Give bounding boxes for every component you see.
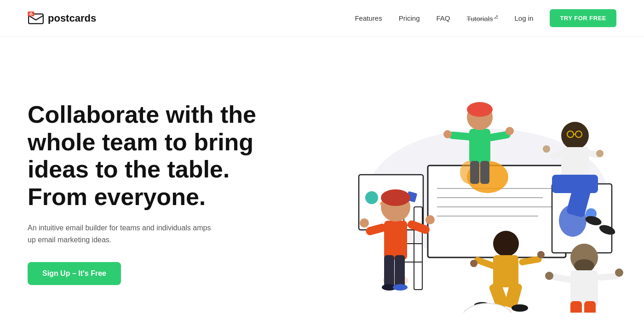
navbar: postcards Features Pricing FAQ Tutorials… — [0, 0, 644, 37]
nav-links: Features Pricing FAQ Tutorials↗ Log in T… — [355, 9, 616, 27]
svg-point-42 — [506, 127, 514, 135]
svg-rect-26 — [384, 255, 394, 287]
hero-subtitle: An intuitive email builder for teams and… — [28, 222, 221, 245]
external-link-icon: ↗ — [494, 14, 498, 19]
nav-pricing[interactable]: Pricing — [399, 14, 420, 22]
svg-rect-44 — [480, 161, 489, 184]
svg-point-12 — [365, 191, 378, 204]
svg-point-41 — [443, 130, 452, 138]
svg-point-38 — [467, 102, 493, 117]
hero-title: Collaborate with the whole team to bring… — [28, 101, 267, 211]
team-illustration — [294, 46, 626, 313]
svg-point-69 — [574, 259, 594, 272]
logo[interactable]: postcards — [28, 11, 96, 25]
svg-point-63 — [512, 304, 528, 312]
svg-point-67 — [537, 251, 545, 258]
hero-section: Collaborate with the whole team to bring… — [0, 37, 644, 331]
svg-point-75 — [545, 272, 553, 280]
svg-rect-49 — [561, 147, 589, 179]
svg-point-66 — [470, 260, 477, 267]
svg-point-76 — [615, 268, 623, 277]
svg-rect-25 — [384, 221, 407, 260]
svg-rect-27 — [395, 255, 405, 287]
svg-rect-36 — [469, 129, 490, 163]
hero-text-block: Collaborate with the whole team to bring… — [28, 101, 267, 285]
nav-features[interactable]: Features — [355, 14, 382, 22]
svg-rect-43 — [470, 161, 479, 184]
svg-point-45 — [561, 122, 589, 149]
svg-rect-72 — [584, 301, 596, 313]
logo-text: postcards — [48, 12, 96, 24]
svg-point-29 — [393, 284, 408, 291]
hero-illustration — [267, 55, 616, 331]
nav-login[interactable]: Log in — [515, 14, 534, 22]
svg-point-2 — [30, 12, 32, 14]
svg-point-34 — [360, 218, 369, 228]
nav-faq[interactable]: FAQ — [437, 14, 450, 22]
svg-point-35 — [426, 215, 435, 224]
hero-signup-button[interactable]: Sign Up – It's Free — [28, 262, 121, 285]
svg-rect-71 — [570, 301, 582, 313]
svg-point-57 — [596, 150, 604, 157]
nav-try-free-button[interactable]: TRY FOR FREE — [550, 9, 616, 27]
svg-point-58 — [493, 231, 519, 257]
svg-rect-59 — [493, 255, 518, 287]
svg-point-31 — [381, 189, 410, 206]
svg-point-56 — [543, 145, 550, 153]
logo-icon — [28, 11, 44, 25]
nav-tutorials[interactable]: Tutorials↗ — [467, 14, 498, 23]
